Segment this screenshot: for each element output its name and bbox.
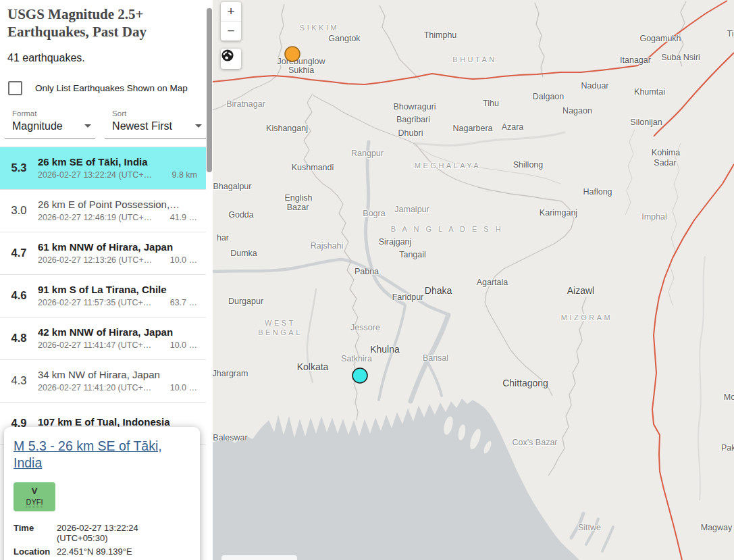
sidebar-scrollbar (206, 0, 213, 560)
event-magnitude: 4.6 (0, 289, 38, 302)
event-time: 2026-02-27 11:57:35 (UTC+… (38, 298, 151, 307)
event-popup: M 5.3 - 26 km SE of Tāki, India V DYFI T… (4, 427, 200, 560)
event-time: 2026-02-27 13:22:24 (UTC+… (38, 170, 152, 180)
event-body: 42 km NNW of Hirara, Japan2026-02-27 11:… (38, 326, 206, 350)
event-popup-title-link[interactable]: M 5.3 - 26 km SE of Tāki, India (14, 438, 190, 472)
event-depth: 63.7 … (170, 298, 197, 307)
earthquake-count: 41 earthquakes. (7, 52, 206, 64)
chevron-down-icon (195, 124, 202, 128)
event-title: 26 km E of Point Possession,… (38, 199, 197, 210)
event-time: 2026-02-27 11:41:47 (UTC+… (38, 340, 151, 350)
event-time: 2026-02-27 11:41:20 (UTC+… (38, 383, 151, 392)
earthquake-marker-orange[interactable] (285, 47, 300, 61)
info-label: Time (14, 523, 57, 543)
zoom-control: + − (221, 2, 241, 41)
scrollbar-thumb[interactable] (207, 8, 212, 172)
event-magnitude: 4.3 (0, 374, 38, 387)
info-label: Location (14, 546, 57, 557)
event-meta: 2026-02-27 13:22:24 (UTC+…9.8 km (38, 170, 197, 180)
event-title: 42 km NNW of Hirara, Japan (38, 326, 197, 338)
event-magnitude: 4.7 (0, 247, 38, 259)
event-depth: 10.0 … (170, 383, 197, 392)
page-title: USGS Magnitude 2.5+ Earthquakes, Past Da… (0, 0, 206, 41)
dyfi-intensity: V (31, 486, 37, 497)
event-body: 61 km NNW of Hirara, Japan2026-02-27 12:… (38, 241, 206, 265)
chevron-down-icon (84, 124, 91, 128)
event-depth: 9.8 km (172, 170, 197, 180)
event-body: 34 km NW of Hirara, Japan2026-02-27 11:4… (38, 369, 206, 392)
event-body: 91 km S of La Tirana, Chile2026-02-27 11… (38, 284, 206, 307)
event-title: 91 km S of La Tirana, Chile (38, 284, 197, 295)
event-magnitude: 5.3 (0, 161, 38, 174)
event-title: 61 km NNW of Hirara, Japan (38, 241, 197, 253)
event-meta: 2026-02-27 11:57:35 (UTC+…63.7 … (38, 298, 197, 307)
event-depth: 10.0 … (170, 340, 197, 350)
earthquake-row[interactable]: 4.842 km NNW of Hirara, Japan2026-02-27 … (0, 317, 206, 360)
sort-value: Newest First (112, 120, 172, 132)
event-meta: 2026-02-27 12:46:19 (UTC+…41.9 … (38, 213, 197, 222)
event-title: 26 km SE of Tāki, India (38, 156, 197, 168)
event-depth: 10.0 … (170, 255, 197, 265)
only-list-shown-checkbox[interactable] (8, 81, 22, 95)
earthquake-row[interactable]: 4.761 km NNW of Hirara, Japan2026-02-27 … (0, 232, 206, 275)
event-time: 2026-02-27 12:13:26 (UTC+… (38, 255, 152, 265)
usgs-earthquakes-app: SIKKIMGangtokThimphuBHUTANGogamukhSuba N… (0, 0, 734, 560)
info-value: 2026-02-27 13:22:24 (UTC+05:30) (57, 523, 190, 543)
earthquake-row[interactable]: 5.326 km SE of Tāki, India2026-02-27 13:… (0, 147, 206, 190)
event-meta: 2026-02-27 11:41:47 (UTC+…10.0 … (38, 340, 197, 350)
event-title: 34 km NW of Hirara, Japan (38, 369, 197, 380)
earthquake-list: 5.326 km SE of Tāki, India2026-02-27 13:… (0, 147, 206, 445)
format-label: Format (5, 109, 95, 118)
map-scale-control (221, 555, 297, 560)
earthquake-row[interactable]: 4.691 km S of La Tirana, Chile2026-02-27… (0, 275, 206, 317)
info-value: 22.451°N 89.139°E (57, 546, 190, 557)
event-magnitude: 4.8 (0, 332, 38, 345)
event-magnitude: 3.0 (0, 204, 38, 217)
dyfi-badge[interactable]: V DYFI (14, 482, 55, 511)
globe-button[interactable] (221, 49, 241, 69)
event-time: 2026-02-27 12:46:19 (UTC+… (38, 213, 152, 222)
event-title: 107 km E of Tual, Indonesia (38, 416, 197, 428)
event-meta: 2026-02-27 12:13:26 (UTC+…10.0 … (38, 255, 197, 265)
sort-label: Sort (105, 109, 206, 118)
sort-select[interactable]: Sort Newest First (105, 109, 206, 139)
earthquake-markers-layer (213, 0, 734, 560)
event-info-table: Time 2026-02-27 13:22:24 (UTC+05:30) Loc… (14, 523, 190, 560)
zoom-in-button[interactable]: + (221, 2, 241, 21)
event-body: 26 km E of Point Possession,…2026-02-27 … (38, 199, 206, 222)
dyfi-label: DYFI (26, 497, 43, 507)
format-value: Magnitude (12, 120, 63, 132)
earthquake-row[interactable]: 4.334 km NW of Hirara, Japan2026-02-27 1… (0, 360, 206, 403)
map[interactable]: SIKKIMGangtokThimphuBHUTANGogamukhSuba N… (213, 0, 734, 560)
earthquake-marker-selected[interactable] (352, 368, 367, 383)
format-select[interactable]: Format Magnitude (5, 109, 95, 139)
earthquake-row[interactable]: 3.026 km E of Point Possession,…2026-02-… (0, 190, 206, 232)
event-body: 26 km SE of Tāki, India2026-02-27 13:22:… (38, 156, 206, 180)
event-meta: 2026-02-27 11:41:20 (UTC+…10.0 … (38, 383, 197, 392)
zoom-out-button[interactable]: − (221, 21, 241, 41)
checkbox-label: Only List Earthquakes Shown on Map (35, 83, 188, 93)
event-depth: 41.9 … (170, 213, 197, 222)
